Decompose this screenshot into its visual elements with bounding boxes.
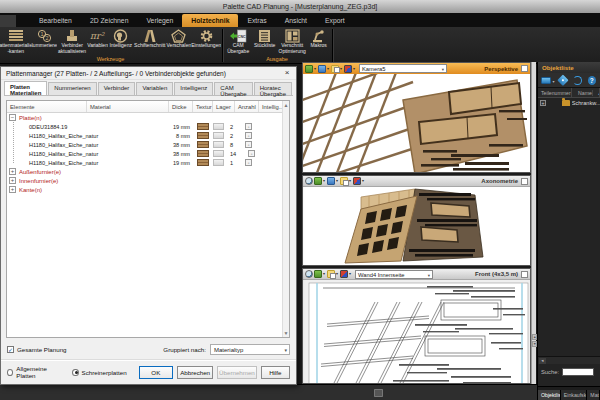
scene-settings-icon[interactable]	[314, 177, 322, 185]
table-row[interactable]: 0DEU31884.19 19 mm 2 ▫	[7, 122, 289, 131]
table-row[interactable]: H1180_Halifax_Eiche_natur 38 mm 14 ▫	[7, 149, 289, 158]
search-input[interactable]	[562, 368, 594, 376]
column-textur[interactable]: Textur	[193, 101, 213, 112]
tab-verlegen[interactable]: Verlegen	[137, 14, 182, 27]
objektliste-row[interactable]: + Schrankw...	[538, 98, 600, 107]
viewport-scrollbar[interactable]: ▲ ▼	[531, 62, 536, 384]
display-mode-icon[interactable]	[331, 65, 339, 73]
close-icon[interactable]: ×	[280, 67, 294, 79]
render-style-icon[interactable]	[353, 177, 361, 185]
viewport-axonometrie[interactable]: Axonometrie	[302, 175, 531, 266]
expand-icon[interactable]: +	[9, 168, 16, 175]
zoom-icon[interactable]	[305, 177, 313, 185]
display-mode-icon[interactable]	[340, 177, 348, 185]
scroll-left-icon[interactable]: ◂	[539, 358, 546, 364]
abbrechen-button[interactable]: Abbrechen	[177, 366, 213, 379]
viewport-pin-checkbox[interactable]	[521, 271, 528, 278]
tag-icon[interactable]	[557, 75, 568, 86]
lager-cell[interactable]	[213, 141, 224, 148]
tab-platten-materialien[interactable]: Platten Materialien	[4, 81, 47, 95]
lager-cell[interactable]	[213, 159, 224, 166]
tab-ansicht[interactable]: Ansicht	[276, 14, 316, 27]
viewport-canvas-perspektive[interactable]	[303, 74, 530, 172]
tab-nummerieren[interactable]: Nummerieren	[48, 82, 96, 95]
hilfe-button[interactable]: Hilfe	[261, 366, 290, 379]
help-icon[interactable]: ?	[588, 76, 596, 85]
ribbon-button-einstellungen[interactable]: Einstellungen	[191, 27, 221, 56]
tab-intelligenz[interactable]: Intelligenz	[174, 82, 213, 95]
scene-settings-icon[interactable]	[314, 270, 322, 278]
tab-cam-uebergabe[interactable]: CAM Übergabe	[214, 82, 252, 95]
column-anzahl[interactable]: Anzahl	[235, 101, 259, 112]
allgemeine-platten-radio[interactable]	[7, 369, 13, 376]
refresh-icon[interactable]	[573, 76, 582, 85]
ribbon-button-cam-uebergabe[interactable]: CNC CAM Übergabe	[224, 27, 252, 56]
collapse-icon[interactable]: −	[9, 114, 16, 121]
column-elemente[interactable]: Elemente	[7, 101, 87, 112]
intelligenz-checkbox[interactable]: ▫	[245, 132, 252, 139]
splitter-handle[interactable]	[374, 389, 383, 397]
tree-group-innenfurnier[interactable]: + Innenfurnier(e)	[7, 176, 289, 185]
ribbon-button-verschnitt-optimierung[interactable]: Verschnitt Optimierung	[277, 27, 307, 56]
ribbon-button-schifterschnitt[interactable]: Schifterschnitt	[133, 27, 166, 56]
expand-icon[interactable]: +	[9, 177, 16, 184]
tab-verbinder[interactable]: Verbinder	[98, 82, 136, 95]
viewport-perspektive[interactable]: Kamera5 ▾ Perspektive	[302, 62, 531, 173]
column-name[interactable]: Name ▲	[572, 88, 600, 97]
viewport-pin-checkbox[interactable]	[521, 65, 528, 72]
viewport-canvas-front[interactable]	[303, 280, 530, 383]
view-mode-icon[interactable]	[541, 77, 551, 84]
tree-group-platten[interactable]: − Platte(n)	[7, 113, 289, 122]
tab-variablen[interactable]: Variablen	[136, 82, 173, 95]
wall-select[interactable]: Wand4 Innenseite ▾	[355, 270, 433, 279]
tab-material[interactable]: Mat	[587, 390, 600, 400]
ribbon-button-intelligenz[interactable]: Intelligenz	[108, 27, 133, 56]
app-menu-stub[interactable]	[0, 15, 16, 27]
tab-extras[interactable]: Extras	[238, 14, 275, 27]
ribbon-button-nummerieren[interactable]: 12 Nummerieren	[31, 27, 57, 56]
tab-holztechnik[interactable]: Holztechnik	[182, 14, 238, 27]
column-lager[interactable]: Lager	[213, 101, 235, 112]
intelligenz-checkbox[interactable]: ▫	[245, 123, 252, 130]
column-dicke[interactable]: Dicke	[169, 101, 193, 112]
ribbon-button-makros[interactable]: Makros	[307, 27, 330, 56]
tab-2d-zeichnen[interactable]: 2D Zeichnen	[81, 14, 138, 27]
tab-objektliste[interactable]: Objektliste	[538, 390, 561, 400]
scroll-up-icon[interactable]: ▲	[283, 102, 289, 108]
tree-group-kanten[interactable]: + Kante(n)	[7, 185, 289, 194]
ribbon-button-verschalen[interactable]: Verschalen	[166, 27, 191, 56]
schreinerplatten-radio[interactable]	[72, 369, 78, 376]
tab-export[interactable]: Export	[316, 14, 354, 27]
uebernehmen-button[interactable]: Übernehmen	[217, 366, 257, 379]
table-row[interactable]: H1180_Halifax_Eiche_natur 38 mm 8 ▫	[7, 140, 289, 149]
expand-icon[interactable]: +	[9, 186, 16, 193]
lager-cell[interactable]	[213, 150, 224, 157]
column-intelligenz[interactable]: Intellig...	[259, 101, 283, 112]
gruppiert-nach-select[interactable]: Materialtyp ▾	[210, 344, 290, 355]
display-mode-icon[interactable]	[327, 270, 335, 278]
tab-einkaufskorb[interactable]: Einkaufskorb	[561, 390, 588, 400]
scroll-down-icon[interactable]: ▼	[283, 330, 289, 336]
intelligenz-checkbox[interactable]: ▫	[245, 159, 252, 166]
tab-bearbeiten[interactable]: Bearbeiten	[30, 14, 81, 27]
viewport-front[interactable]: Wand4 Innenseite ▾ Front (4x3,5 m)	[302, 268, 531, 384]
gesamte-planung-checkbox[interactable]: ✓	[7, 346, 14, 353]
tree-expand-icon[interactable]: +	[540, 100, 546, 106]
ribbon-button-variablen[interactable]: πr² Variablen	[87, 27, 108, 56]
texture-swatch[interactable]	[197, 141, 209, 148]
table-scrollbar[interactable]: ▲ ▼	[282, 101, 289, 337]
camera-select[interactable]: Kamera5 ▾	[359, 64, 447, 73]
ribbon-button-stueckliste[interactable]: Stückliste	[252, 27, 277, 56]
background-settings-icon[interactable]	[327, 177, 335, 185]
zoom-icon[interactable]	[305, 270, 313, 278]
texture-swatch[interactable]	[197, 132, 209, 139]
scene-settings-icon[interactable]	[305, 65, 313, 73]
texture-swatch[interactable]	[197, 123, 209, 130]
objektliste-hscrollbar[interactable]: ◂	[538, 356, 600, 364]
table-row[interactable]: H1180_Halifax_Eiche_natur 19 mm 1 ▫	[7, 158, 289, 167]
intelligenz-checkbox[interactable]: ▫	[245, 141, 252, 148]
texture-swatch[interactable]	[197, 150, 209, 157]
column-material[interactable]: Material	[87, 101, 169, 112]
texture-swatch[interactable]	[197, 159, 209, 166]
ok-button[interactable]: OK	[139, 366, 173, 379]
